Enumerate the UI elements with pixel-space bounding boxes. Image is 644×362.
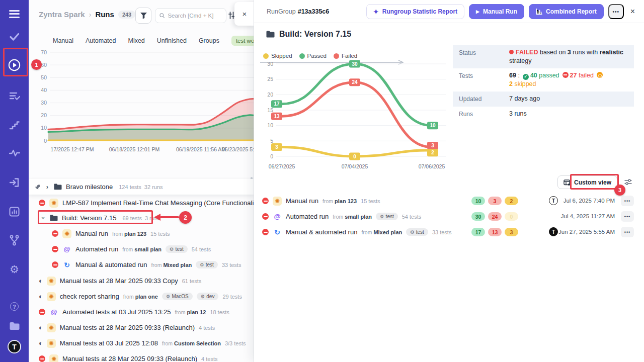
svg-text:25: 25 (267, 76, 273, 82)
svg-text:07/04/2025: 07/04/2025 (342, 163, 368, 169)
runs-list-panel: Zyntra Spark › Runs 243 × Manual Automat… (29, 0, 254, 362)
row-more-button[interactable]: ••• (621, 196, 634, 206)
chevron-right-icon[interactable]: › (45, 183, 50, 191)
gear-icon: ⚙ (166, 294, 171, 299)
branch-icon[interactable] (0, 235, 29, 246)
automated-run-icon: @ (62, 245, 71, 254)
svg-text:17/2025 12:47 PM: 17/2025 12:47 PM (51, 146, 94, 152)
run-row[interactable]: ◐ ✺ check report sharing fromplan one ⚙M… (29, 290, 254, 303)
run-row[interactable]: @ Automated tests at 03 Jul 2025 13:25 f… (29, 306, 254, 318)
failed-status-icon (262, 213, 269, 220)
svg-text:15: 15 (267, 107, 273, 113)
skipped-badge: 0 (505, 212, 518, 221)
manual-run-icon: ✺ (47, 339, 56, 348)
svg-text:06/18/2025 12:01 PM: 06/18/2025 12:01 PM (109, 146, 159, 152)
filter-button[interactable] (135, 8, 151, 24)
runs-filter-tabs: Manual Automated Mixed Unfinished Groups… (41, 36, 254, 46)
run-row[interactable]: ◐ ✺ Manual tests at 03 Jul 2025 12:08 fr… (29, 337, 254, 349)
failed-status-icon (52, 230, 58, 237)
svg-text:13: 13 (274, 114, 280, 119)
row-more-button[interactable]: ••• (621, 211, 634, 222)
tests-label: Tests (459, 71, 509, 88)
svg-text:40: 40 (41, 87, 47, 93)
legend-item-passed[interactable]: Passed (299, 53, 327, 59)
svg-text:60: 60 (41, 62, 47, 68)
settings-gear-icon[interactable]: ⚙ (0, 263, 29, 276)
run-name: Automated run (75, 245, 118, 253)
run-from: fromplan 12 (175, 309, 206, 315)
runs-row: Runs 3 runs (453, 107, 634, 122)
check-icon[interactable] (0, 32, 29, 41)
tab-unfinished[interactable]: Unfinished (157, 37, 187, 44)
run-row[interactable]: ↻ Manual & automated run fromMixed plan … (254, 225, 644, 239)
partial-status-icon: ◐ (39, 324, 43, 331)
gear-icon: ⚙ (201, 294, 205, 299)
svg-text:70: 70 (41, 49, 47, 55)
assignee-avatar[interactable]: T (549, 196, 558, 205)
search-icon (159, 13, 165, 19)
run-name: Automated run (286, 213, 329, 220)
table-view-icon (564, 179, 571, 186)
search-input[interactable] (168, 13, 222, 19)
automated-run-icon: @ (49, 308, 58, 317)
run-row[interactable]: ✺ LMP-587 Implement Real-Time Chat Messa… (29, 197, 254, 209)
close-panel-button[interactable]: × (234, 2, 254, 26)
svg-text:5: 5 (270, 138, 273, 144)
gear-icon: ⚙ (410, 229, 415, 235)
legend-item-skipped[interactable]: Skipped (263, 53, 292, 59)
help-icon[interactable]: ? (0, 302, 29, 311)
annotation-badge-1: 1 (31, 59, 42, 70)
run-tests-count: 18 tests (210, 309, 229, 315)
close-detail-button[interactable]: × (628, 7, 637, 16)
bar-chart-icon[interactable] (0, 207, 29, 217)
partial-status-icon: ◐ (39, 340, 43, 346)
row-more-button[interactable]: ••• (621, 227, 634, 237)
tag-chip: ⚙test (196, 261, 218, 268)
app-window: ⚙ ? T Zyntra Spark › Runs 243 × Manual A… (0, 0, 644, 362)
tests-value: 69 :✓40 passed27 failed2 skipped (509, 71, 628, 88)
activity-icon[interactable] (0, 149, 29, 157)
run-row[interactable]: ◐ ✺ Manual tests at 28 Mar 2025 09:33 Co… (29, 275, 254, 287)
svg-text:0: 0 (270, 153, 273, 159)
failed-status-icon (39, 355, 45, 362)
run-row[interactable]: ✺ Manual run fromplan 123 15 tests (29, 227, 254, 240)
run-row[interactable]: ✺ Manual run fromplan 123 15 tests 10 3 … (254, 194, 644, 208)
run-row[interactable]: ◐ ✺ Manual tests at 28 Mar 2025 09:33 (R… (29, 321, 254, 334)
sparkle-icon: ✦ (373, 8, 379, 16)
run-row[interactable]: @ Automated run fromsmall plan ⚙test 54 … (29, 243, 254, 255)
svg-text:3: 3 (431, 143, 434, 148)
steps-icon[interactable] (0, 120, 29, 130)
combined-report-button[interactable]: Combined Report (529, 4, 604, 19)
menu-icon[interactable] (0, 8, 29, 20)
failed-badge: 24 (488, 212, 502, 221)
projects-folder-icon[interactable] (0, 322, 29, 330)
run-name: Manual tests at 28 Mar 2025 09:33 (Relau… (62, 355, 197, 362)
tab-automated[interactable]: Automated (86, 37, 116, 44)
more-actions-button[interactable]: ••• (608, 4, 624, 19)
manual-run-button[interactable]: ▶ Manual Run (469, 4, 524, 19)
run-row[interactable]: ↻ Manual & automated run fromMixed plan … (29, 258, 254, 271)
run-row[interactable]: @ Automated run fromsmall plan ⚙test 54 … (254, 210, 644, 223)
mixed-run-icon: ↻ (273, 228, 282, 237)
user-avatar[interactable]: T (0, 340, 29, 353)
tab-chip-test-work[interactable]: test work (231, 36, 254, 46)
passed-dot-icon (299, 53, 305, 59)
group-row-bravo-milestone[interactable]: › Bravo milestone 124 tests 32 runs (29, 179, 254, 195)
svg-text:10: 10 (41, 125, 47, 131)
tab-mixed[interactable]: Mixed (128, 37, 144, 44)
assignee-avatar[interactable]: T (549, 227, 558, 236)
breadcrumb-project[interactable]: Zyntra Spark (39, 10, 85, 19)
breadcrumb-page[interactable]: Runs (95, 10, 114, 19)
search-box[interactable] (155, 8, 226, 23)
play-icon: ▶ (476, 9, 479, 14)
tab-manual[interactable]: Manual (53, 37, 73, 44)
statistic-report-button[interactable]: ✦ Rungroup Statistic Report (366, 4, 464, 19)
passed-check-icon: ✓ (523, 74, 529, 80)
run-row[interactable]: ✺ Manual tests at 28 Mar 2025 09:33 (Rel… (29, 352, 254, 362)
tab-groups[interactable]: Groups (199, 37, 219, 44)
legend-item-failed[interactable]: Failed (334, 53, 357, 59)
list-check-icon[interactable] (0, 92, 29, 101)
sign-in-icon[interactable] (0, 177, 29, 188)
row-settings-icon[interactable] (624, 178, 632, 188)
run-date: Jul 4, 2025 11:27 AM (561, 213, 615, 219)
